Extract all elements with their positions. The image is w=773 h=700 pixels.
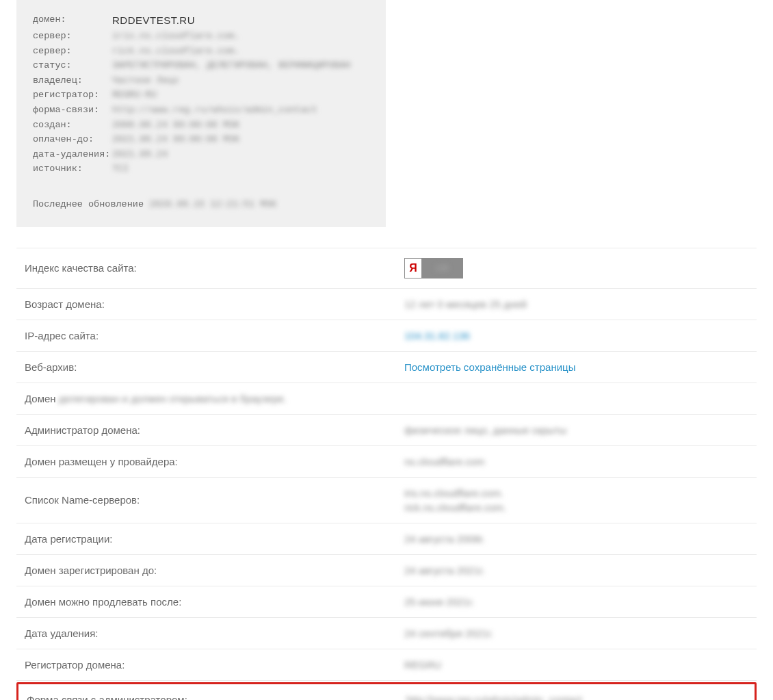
whois-row: дата-удаления:2021.09.24 [33,147,369,162]
row-reg-date: Дата регистрации: 24 августа 2008г. [16,523,757,555]
whois-label: создан: [33,118,112,133]
row-domain-age: Возраст домена: 12 лет 0 месяцев 25 дней [16,289,757,320]
value-delete-date: 24 сентября 2021г. [404,627,748,639]
label-renew-after: Домен можно продлевать после: [25,596,404,608]
whois-update-label: Последнее обновление [33,199,144,209]
row-nameservers: Список Name-серверов: iris.ns.cloudflare… [16,478,757,523]
whois-label: оплачен-до: [33,132,112,147]
whois-label: домен: [33,12,112,29]
value-provider: ns.cloudflare.com [404,456,748,467]
label-ip-address: IP-адрес сайта: [25,330,404,341]
row-delegated-status: Домен делегирован и должен открываться в… [16,383,757,415]
label-domain-age: Возраст домена: [25,298,404,310]
value-domain-age: 12 лет 0 месяцев 25 дней [404,298,748,310]
row-ip-address: IP-адрес сайта: 104.31.82.136 [16,320,757,352]
ns-line-1: iris.ns.cloudflare.com. [404,487,748,499]
whois-row: форма-связи:http://www.reg.ru/whois/admi… [33,103,369,118]
yandex-quality-badge[interactable]: Я 130 [404,258,463,278]
delegated-prefix: Домен [25,393,59,404]
whois-row: источник:TCI [33,161,369,177]
whois-update-value: 2020.09.15 12:21:51 MSK [149,199,276,209]
whois-label: сервер: [33,29,112,44]
label-registrar: Регистратор домена: [25,659,404,671]
whois-row: оплачен-до:2021.08.24 00:00:00 MSK [33,132,369,147]
label-admin-contact-form: Форма связи с администратором: [27,694,406,700]
row-domain-admin: Администратор домена: физическое лицо, д… [16,415,757,446]
row-site-quality: Индекс качества сайта: Я 130 [16,248,757,289]
label-provider: Домен размещен у провайдера: [25,456,404,467]
label-site-quality: Индекс качества сайта: [25,262,404,274]
value-registrar: REGRU [404,659,748,671]
value-domain-admin: физическое лицо, данные скрыты [404,424,748,436]
label-registered-until: Домен зарегистрирован до: [25,565,404,576]
whois-label: регистратор: [33,88,112,103]
whois-value: rick.ns.cloudflare.com. [112,44,239,59]
whois-value: RDDEVTEST.RU [112,12,195,29]
whois-value: 2021.08.24 00:00:00 MSK [112,132,239,147]
whois-row: сервер:rick.ns.cloudflare.com. [33,44,369,59]
quality-score: 130 [421,263,462,273]
domain-info-table: Индекс качества сайта: Я 130 Возраст дом… [0,248,773,700]
value-site-quality: Я 130 [404,258,748,278]
whois-row: владелец:Частное Лицо [33,73,369,88]
value-nameservers: iris.ns.cloudflare.com. rick.ns.cloudfla… [404,487,748,513]
whois-label: дата-удаления: [33,147,112,162]
whois-label: источник: [33,161,112,177]
whois-value: 2008.08.24 00:00:00 MSK [112,118,239,133]
whois-label: сервер: [33,44,112,59]
whois-last-update: Последнее обновление 2020.09.15 12:21:51… [33,197,369,212]
label-web-archive: Веб-архив: [25,361,404,373]
value-admin-contact-form: http://www.reg.ru/whois/admin_contact [406,694,746,700]
whois-row: создан:2008.08.24 00:00:00 MSK [33,118,369,133]
row-registrar: Регистратор домена: REGRU [16,649,757,681]
whois-row: домен:RDDEVTEST.RU [33,12,369,29]
whois-value: TCI [112,161,129,177]
whois-block: домен:RDDEVTEST.RUсервер:iris.ns.cloudfl… [16,0,386,227]
ns-line-2: rick.ns.cloudflare.com. [404,502,748,513]
label-domain-admin: Администратор домена: [25,424,404,436]
whois-value: Частное Лицо [112,73,179,88]
value-web-archive-link[interactable]: Посмотреть сохранённые страницы [404,361,748,373]
yandex-logo-icon: Я [405,259,421,278]
whois-label: статус: [33,58,112,73]
whois-label: владелец: [33,73,112,88]
whois-rows: домен:RDDEVTEST.RUсервер:iris.ns.cloudfl… [33,12,369,177]
row-provider: Домен размещен у провайдера: ns.cloudfla… [16,446,757,478]
whois-value: iris.ns.cloudflare.com. [112,29,239,44]
row-renew-after: Домен можно продлевать после: 25 июня 20… [16,586,757,618]
row-admin-contact-form: Форма связи с администратором: http://ww… [16,682,757,700]
whois-value: ЗАРЕГИСТРИРОВАН, ДЕЛЕГИРОВАН, ВЕРИФИЦИРО… [112,58,350,73]
whois-value: REGRU-RU [112,88,157,103]
row-registered-until: Домен зарегистрирован до: 24 августа 202… [16,555,757,586]
row-web-archive: Веб-архив: Посмотреть сохранённые страни… [16,352,757,383]
whois-label: форма-связи: [33,103,112,118]
whois-row: статус:ЗАРЕГИСТРИРОВАН, ДЕЛЕГИРОВАН, ВЕР… [33,58,369,73]
label-delete-date: Дата удаления: [25,627,404,639]
value-renew-after: 25 июня 2021г. [404,596,748,608]
value-ip-address[interactable]: 104.31.82.136 [404,330,748,341]
label-nameservers: Список Name-серверов: [25,494,404,506]
whois-value: http://www.reg.ru/whois/admin_contact [112,103,317,118]
delegated-text: делегирован и должен открываться в брауз… [59,393,287,404]
whois-row: сервер:iris.ns.cloudflare.com. [33,29,369,44]
label-reg-date: Дата регистрации: [25,533,404,545]
whois-row: регистратор:REGRU-RU [33,88,369,103]
whois-value: 2021.09.24 [112,147,168,162]
row-delete-date: Дата удаления: 24 сентября 2021г. [16,618,757,649]
value-reg-date: 24 августа 2008г. [404,533,748,545]
value-registered-until: 24 августа 2021г. [404,565,748,576]
